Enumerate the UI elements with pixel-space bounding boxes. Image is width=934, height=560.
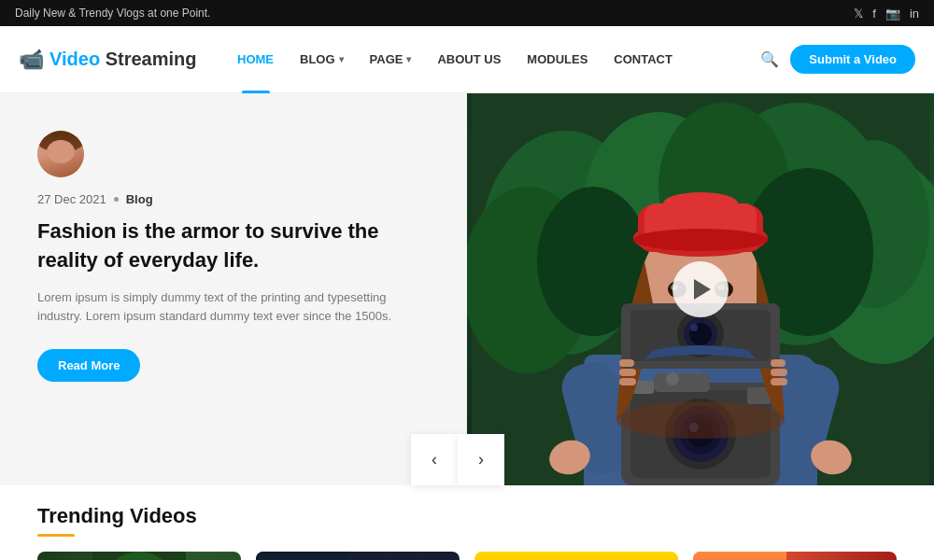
svg-point-34 [633,229,768,251]
logo-icon: 📹 [19,48,44,72]
video-thumbnail-1 [37,552,241,560]
video-thumb-svg-4 [693,552,786,560]
svg-rect-51 [771,359,785,367]
search-button[interactable]: 🔍 [760,50,779,68]
svg-rect-49 [771,378,787,385]
read-more-button[interactable]: Read More [37,349,140,382]
video-thumb-svg-2 [256,552,349,560]
video-card-2[interactable] [256,552,460,560]
svg-point-45 [690,324,698,331]
page-dropdown-icon: ▾ [406,54,411,64]
svg-rect-66 [530,552,623,560]
svg-rect-50 [771,369,787,376]
hero-image-panel [467,93,934,485]
hero-background [467,93,934,485]
post-date: 27 Dec 2021 [37,192,106,206]
nav-blog[interactable]: BLOG ▾ [287,26,357,93]
header-actions: 🔍 Submit a Video [760,45,915,74]
nav-page[interactable]: PAGE ▾ [357,26,425,93]
video-card-1[interactable] [37,552,241,560]
post-category: Blog [126,192,153,206]
svg-point-30 [616,401,785,439]
nav-home[interactable]: HOME [224,26,287,93]
svg-rect-24 [654,373,710,392]
svg-point-35 [663,192,738,215]
play-icon [694,279,711,300]
meta-separator [114,197,119,202]
next-arrow-button[interactable]: › [458,434,504,485]
svg-rect-48 [619,359,634,367]
top-bar-tagline: Daily New & Trendy Vlogs at one Point. [15,7,210,20]
prev-arrow-button[interactable]: ‹ [411,434,458,485]
slider-arrows: ‹ › [411,434,504,485]
hero-description: Lorem ipsum is simply dummy text of the … [37,288,430,328]
nav-about[interactable]: ABOUT US [424,26,514,93]
top-bar: Daily New & Trendy Vlogs at one Point. 𝕏… [0,0,934,26]
video-thumbnail-2 [256,552,460,560]
linkedin-icon[interactable]: in [910,7,919,21]
video-thumbnail-4 [693,552,897,560]
video-thumb-svg-3 [530,552,623,560]
svg-rect-46 [619,378,636,385]
header: 📹 Video Streaming HOME BLOG ▾ PAGE ▾ ABO… [0,26,934,93]
trending-section: Trending Videos [0,485,934,560]
video-thumbnail-3 [474,552,678,560]
hero-title: Fashion is the armor to survive the real… [37,217,430,275]
blog-dropdown-icon: ▾ [339,54,344,64]
hero-section: 27 Dec 2021 Blog Fashion is the armor to… [0,93,934,485]
trending-title: Trending Videos [37,504,897,528]
author-avatar [37,131,84,177]
video-card-3[interactable] [474,552,678,560]
logo[interactable]: 📹 Video Streaming [19,48,205,72]
svg-rect-70 [693,552,786,560]
main-nav: HOME BLOG ▾ PAGE ▾ ABOUT US MODULES CONT… [224,26,760,93]
social-links: 𝕏 f 📷 in [854,7,919,21]
video-card-4[interactable] [693,552,897,560]
twitter-icon[interactable]: 𝕏 [854,7,863,21]
play-button[interactable] [672,261,729,317]
video-thumb-svg-1 [92,552,186,560]
nav-modules[interactable]: MODULES [514,26,601,93]
svg-rect-59 [256,552,349,560]
hero-content: 27 Dec 2021 Blog Fashion is the armor to… [0,93,467,485]
post-meta: 27 Dec 2021 Blog [37,192,430,206]
trending-underline [37,534,75,537]
svg-point-25 [666,372,679,385]
logo-text: Video Streaming [50,49,196,70]
instagram-icon[interactable]: 📷 [885,7,900,21]
svg-rect-47 [619,369,636,376]
facebook-icon[interactable]: f [872,7,876,21]
trending-grid [37,552,897,560]
avatar-image [37,131,84,177]
submit-video-button[interactable]: Submit a Video [790,45,915,74]
nav-contact[interactable]: CONTACT [601,26,686,93]
